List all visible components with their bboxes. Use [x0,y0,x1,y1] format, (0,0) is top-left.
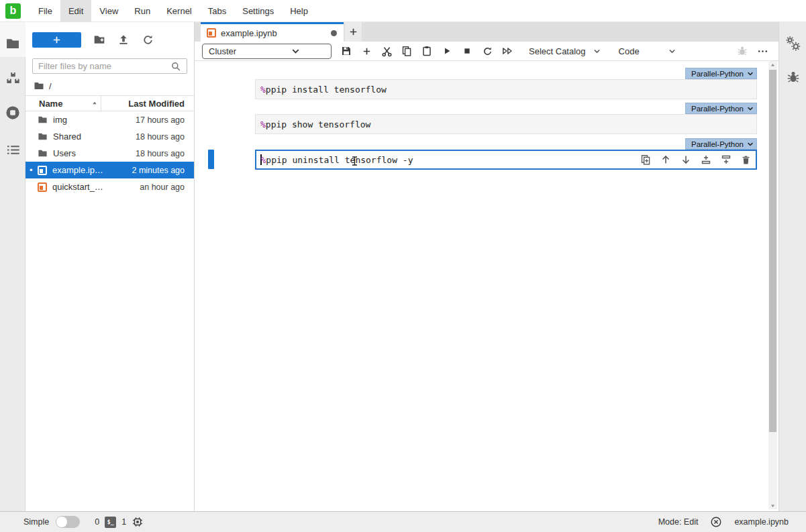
filter-files-input[interactable] [38,61,170,71]
file-row-img[interactable]: img 17 hours ago [26,111,194,128]
cell-type-dropdown[interactable]: Code [615,46,681,56]
vertical-scrollbar[interactable] [768,61,777,509]
app-logo-letter: b [10,5,17,17]
interrupt-kernel-button[interactable] [459,43,475,59]
table-of-contents-tab[interactable] [0,137,26,162]
kernel-chip-icon[interactable] [132,516,144,528]
save-button[interactable] [338,43,354,59]
menu-kernel[interactable]: Kernel [158,0,200,22]
menu-view[interactable]: View [91,0,126,22]
insert-below-icon [721,154,732,165]
cell-kernel-select[interactable]: Parallel-Python [685,138,757,150]
current-file-label: example.ipynb [734,517,789,527]
sort-ascending-icon [91,99,99,107]
refresh-button[interactable] [136,30,160,49]
more-commands-button[interactable] [754,43,770,59]
kernels-count: 1 [121,517,126,527]
scrollbar-thumb[interactable] [769,70,776,432]
stop-icon [462,46,472,56]
code-text: ppip show tensorflow [266,119,371,129]
new-tab-button[interactable] [345,22,362,42]
terminal-glyph: $_ [107,519,114,525]
terminal-icon[interactable]: $_ [105,517,116,528]
column-header-name[interactable]: Name [26,99,99,109]
move-cell-up-button[interactable] [660,154,671,166]
filter-files-box [32,58,187,74]
file-row-example-notebook[interactable]: • example.ip… 2 minutes ago [26,162,194,178]
notebook-content: Parallel-Python %ppip install tensorflow… [195,61,778,511]
duplicate-cell-button[interactable] [640,154,651,166]
delete-cell-button[interactable] [740,154,752,166]
home-folder-icon[interactable] [34,81,44,91]
chevron-down-icon [746,140,754,148]
run-cell-button[interactable] [439,43,455,59]
copy-cell-button[interactable] [399,43,415,59]
file-modified: 2 minutes ago [132,166,194,175]
chevron-down-icon [746,105,754,113]
restart-kernel-button[interactable] [479,43,495,59]
scroll-down-arrow[interactable] [768,501,777,509]
folder-icon [38,131,48,142]
cell-collapser[interactable] [208,150,214,169]
code-cell-1[interactable]: %ppip install tensorflow [255,79,757,99]
menu-edit[interactable]: Edit [60,0,91,22]
fast-forward-icon [502,46,513,56]
file-row-shared[interactable]: Shared 18 hours ago [26,128,194,145]
tab-example-ipynb[interactable]: example.ipynb [201,22,344,42]
file-modified: 18 hours ago [136,132,194,142]
insert-cell-below-button[interactable] [720,154,732,166]
menu-help[interactable]: Help [282,0,316,22]
menu-run[interactable]: Run [126,0,158,22]
breadcrumb-root[interactable]: / [49,81,52,91]
file-modified: 18 hours ago [136,149,194,158]
file-list-header: Name Last Modified [26,95,194,111]
cell-kernel-select[interactable]: Parallel-Python [685,68,757,79]
menu-settings[interactable]: Settings [234,0,282,22]
tab-bar: example.ipynb [195,22,778,42]
code-text: ppip install tensorflow [266,85,387,95]
file-name: img [53,115,136,125]
new-launcher-button[interactable] [32,32,81,48]
mode-indicator[interactable]: Mode: Edit [658,517,699,527]
column-header-modified[interactable]: Last Modified [128,99,194,109]
debugger-tab[interactable] [779,64,806,90]
scroll-up-arrow[interactable] [768,61,777,69]
insert-cell-above-button[interactable] [700,154,711,166]
kit-squares-icon [6,71,20,85]
paste-cell-button[interactable] [419,43,435,59]
file-browser-tab[interactable] [0,31,26,56]
kernel-select-value: Parallel-Python [691,140,744,148]
file-name: quickstart_… [52,182,140,192]
bug-icon [787,70,800,84]
simple-mode-toggle[interactable] [56,516,80,528]
menu-file[interactable]: File [30,0,60,22]
unsaved-changes-dot[interactable] [331,30,337,36]
file-row-users[interactable]: Users 18 hours ago [26,145,194,162]
extensions-tab[interactable] [0,65,26,91]
cluster-select[interactable]: Cluster [202,44,332,59]
notebook-panel: example.ipynb Cluster Select Catalog Cod… [195,22,778,511]
select-catalog-dropdown[interactable]: Select Catalog [525,46,605,56]
running-sessions-tab[interactable] [0,100,26,125]
insert-cell-button[interactable] [358,43,374,59]
property-inspector-tab[interactable] [779,31,806,56]
upload-button[interactable] [111,30,136,49]
copy-icon [401,46,412,56]
file-row-quickstart-notebook[interactable]: quickstart_… an hour ago [26,178,194,195]
move-cell-down-button[interactable] [680,154,691,166]
chevron-down-icon [668,47,676,56]
scissors-icon [381,46,393,57]
debugger-toggle-button[interactable] [734,43,750,59]
code-text: ppip uninstall tensorflow -y [266,155,413,165]
gears-icon [785,36,801,52]
menu-tabs[interactable]: Tabs [200,0,234,22]
folder-icon [38,115,48,125]
name-column-label: Name [39,99,62,109]
cell-kernel-select[interactable]: Parallel-Python [685,103,757,114]
restart-run-all-button[interactable] [499,43,515,59]
new-folder-button[interactable] [87,30,111,49]
kernel-status-circle-x-icon[interactable] [710,516,722,528]
cut-cell-button[interactable] [379,43,395,59]
code-cell-2[interactable]: %ppip show tensorflow [255,114,757,134]
code-cell-3-active[interactable]: %ppip uninstall tensorflow -y [255,150,757,170]
